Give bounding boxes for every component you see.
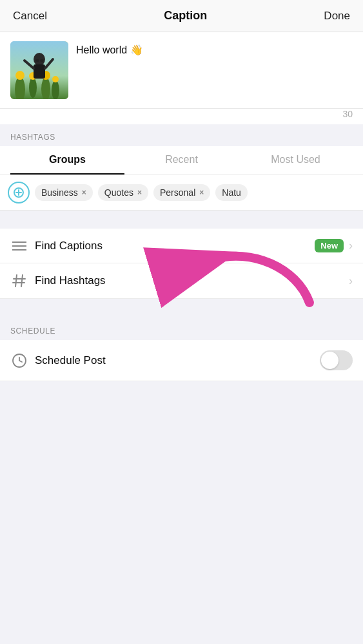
schedule-toggle[interactable]: [320, 350, 353, 370]
lines-icon: [10, 240, 28, 252]
chevron-right-icon: ›: [349, 239, 353, 252]
schedule-post-item: Schedule Post: [0, 340, 363, 381]
svg-point-7: [52, 80, 59, 99]
svg-point-2: [15, 71, 25, 80]
section-gap-1: [0, 211, 363, 229]
tag-quotes[interactable]: Quotes ×: [98, 184, 148, 201]
page-title: Caption: [164, 9, 207, 23]
remove-tag-business[interactable]: ×: [82, 188, 86, 197]
hash-icon: [10, 274, 28, 288]
svg-point-9: [34, 53, 45, 66]
section-gap-2: [0, 299, 363, 317]
remove-tag-quotes[interactable]: ×: [137, 188, 142, 197]
char-count: 30: [0, 109, 363, 124]
tabs-bar: Groups Recent Most Used: [0, 146, 363, 175]
svg-point-3: [29, 77, 37, 98]
list-arrow-wrapper: Find Captions New › Find Hashtags ›: [0, 229, 363, 299]
list-section: Find Captions New › Find Hashtags ›: [0, 229, 363, 299]
caption-text[interactable]: Hello world 👋: [76, 41, 353, 56]
hashtags-label: HASHTAGS: [10, 133, 55, 142]
tab-most-used[interactable]: Most Used: [239, 146, 353, 175]
svg-rect-10: [34, 64, 45, 79]
remove-tag-personal[interactable]: ×: [199, 188, 204, 197]
post-thumbnail: [10, 41, 68, 99]
find-hashtags-item[interactable]: Find Hashtags ›: [0, 263, 363, 299]
clock-icon: [10, 353, 28, 368]
schedule-section-label: SCHEDULE: [0, 317, 363, 340]
header: Cancel Caption Done: [0, 0, 363, 32]
tab-groups[interactable]: Groups: [10, 146, 124, 175]
svg-line-22: [21, 275, 23, 287]
tag-personal[interactable]: Personal ×: [153, 184, 210, 201]
svg-point-8: [52, 76, 59, 82]
tags-row: Business × Quotes × Personal × Natu: [0, 175, 363, 211]
svg-line-28: [19, 361, 22, 362]
cancel-button[interactable]: Cancel: [13, 10, 47, 23]
svg-rect-13: [35, 59, 39, 62]
schedule-list: Schedule Post: [0, 340, 363, 381]
svg-rect-14: [40, 59, 44, 62]
chevron-right-icon-2: ›: [349, 274, 353, 288]
bottom-area: [0, 381, 363, 510]
tag-natu[interactable]: Natu: [215, 184, 248, 201]
toggle-knob: [321, 352, 338, 369]
tab-recent[interactable]: Recent: [124, 146, 239, 175]
find-captions-item[interactable]: Find Captions New ›: [0, 229, 363, 263]
done-button[interactable]: Done: [324, 10, 350, 23]
schedule-post-label: Schedule Post: [35, 354, 320, 367]
find-captions-label: Find Captions: [35, 240, 315, 252]
add-tag-button[interactable]: [8, 182, 30, 204]
schedule-label: SCHEDULE: [10, 327, 55, 336]
svg-line-21: [15, 275, 17, 287]
hashtags-section-label: HASHTAGS: [0, 124, 363, 146]
caption-area: Hello world 👋: [0, 32, 363, 109]
tag-business[interactable]: Business ×: [35, 184, 93, 201]
new-badge: New: [315, 239, 344, 252]
find-hashtags-label: Find Hashtags: [35, 274, 349, 287]
